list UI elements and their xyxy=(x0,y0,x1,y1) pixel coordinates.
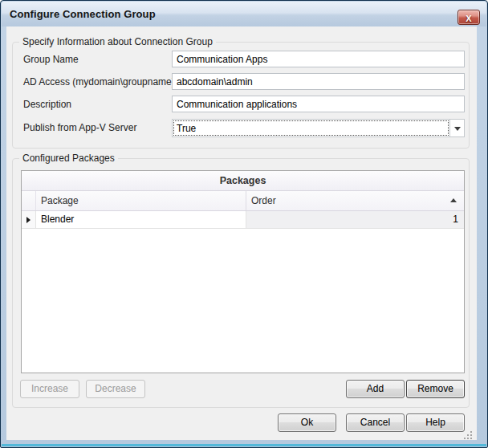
ad-access-input[interactable] xyxy=(172,73,465,90)
info-groupbox-title: Specify Information about Connection Gro… xyxy=(19,36,216,47)
window-title: Configure Connection Group xyxy=(10,8,156,20)
ok-button[interactable]: Ok xyxy=(278,413,336,432)
remove-button[interactable]: Remove xyxy=(406,380,465,398)
add-button[interactable]: Add xyxy=(346,380,405,398)
description-input[interactable] xyxy=(172,96,465,112)
row-selector-icon xyxy=(26,217,31,223)
publish-combobox-value: True xyxy=(173,120,449,136)
row-selector-header xyxy=(22,191,36,210)
group-name-input[interactable] xyxy=(172,51,465,67)
window-bottom-accent xyxy=(2,444,486,446)
sort-ascending-icon xyxy=(450,198,457,202)
table-row[interactable]: Blender 1 xyxy=(22,211,464,229)
chevron-down-icon xyxy=(454,127,461,131)
combo-dropdown-button[interactable] xyxy=(449,120,464,136)
order-cell: 1 xyxy=(246,211,464,228)
increase-button[interactable]: Increase xyxy=(20,380,79,398)
column-header-order[interactable]: Order xyxy=(246,191,464,210)
cancel-button[interactable]: Cancel xyxy=(346,413,405,432)
titlebar: Configure Connection Group X xyxy=(2,2,486,26)
publish-label: Publish from App-V Server xyxy=(23,122,136,133)
decrease-button[interactable]: Decrease xyxy=(86,380,145,398)
help-button[interactable]: Help xyxy=(406,413,465,432)
column-header-order-label: Order xyxy=(251,195,276,206)
configure-connection-group-dialog: Configure Connection Group X Specify Inf… xyxy=(0,0,488,448)
description-label: Description xyxy=(23,99,71,110)
close-button[interactable]: X xyxy=(458,10,480,25)
packages-table: Packages Package Order Blender 1 xyxy=(21,170,465,373)
package-cell: Blender xyxy=(36,211,246,228)
column-header-package[interactable]: Package xyxy=(36,191,246,210)
ad-access-label: AD Access (mydomain\groupname) xyxy=(23,76,175,88)
publish-combobox[interactable]: True xyxy=(172,119,465,137)
packages-groupbox-title: Configured Packages xyxy=(19,153,118,164)
close-icon: X xyxy=(466,14,471,23)
group-name-label: Group Name xyxy=(23,54,79,65)
packages-banner-header: Packages xyxy=(22,171,464,191)
resize-grip[interactable] xyxy=(464,431,466,433)
column-header-row: Package Order xyxy=(22,191,464,211)
row-selector-cell xyxy=(22,211,36,228)
